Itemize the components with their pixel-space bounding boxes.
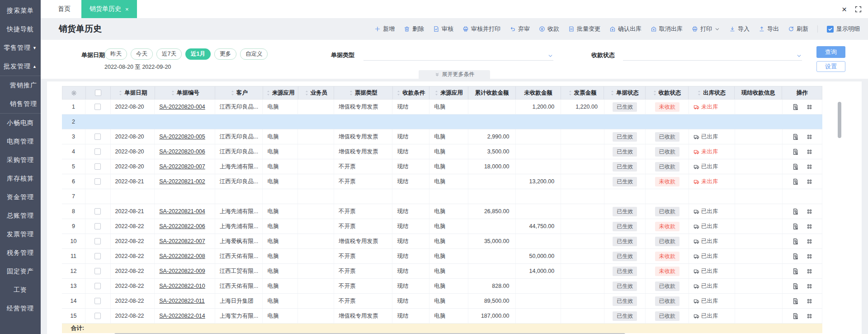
toolbar-button-2[interactable]: 审核	[433, 25, 453, 33]
row-checkbox[interactable]	[94, 253, 101, 259]
column-header-pay_cond[interactable]: 收款条件	[393, 86, 430, 99]
grid-icon[interactable]	[806, 283, 813, 290]
grid-icon[interactable]	[806, 163, 813, 170]
sort-icon[interactable]	[610, 90, 614, 96]
row-checkbox[interactable]	[94, 298, 101, 304]
date-pill-4[interactable]: 更多	[214, 48, 236, 60]
doc-view-icon[interactable]	[792, 163, 799, 170]
sort-icon[interactable]	[305, 90, 309, 96]
toolbar-button-7[interactable]: 确认出库	[609, 25, 642, 33]
grid-icon[interactable]	[806, 208, 813, 215]
table-row[interactable]: 82022-08-21SA-20220821-004上海先浦有限...电脑不开票…	[62, 204, 822, 219]
sidebar-item-11[interactable]: 总账管理	[0, 206, 41, 225]
table-row[interactable]: 2	[62, 115, 822, 129]
sidebar-item-0[interactable]: 搜索菜单	[0, 1, 41, 20]
doc-number-link[interactable]: SA-20220822-014	[159, 313, 205, 319]
doc-view-icon[interactable]	[792, 104, 799, 110]
sidebar-item-15[interactable]: 工资	[0, 281, 41, 299]
column-header-src_app[interactable]: 来源应用	[263, 86, 298, 99]
row-checkbox[interactable]	[94, 148, 101, 155]
column-header-num[interactable]	[62, 86, 86, 99]
date-pill-1[interactable]: 今天	[131, 48, 153, 60]
column-header-invoice[interactable]: 发票金额	[561, 86, 604, 99]
doc-view-icon[interactable]	[792, 208, 799, 215]
query-button[interactable]: 查询	[816, 46, 845, 58]
row-checkbox[interactable]	[94, 134, 101, 140]
sidebar-item-13[interactable]: 税务管理	[0, 243, 41, 262]
toolbar-button-11[interactable]: 导出	[759, 25, 779, 33]
row-checkbox[interactable]	[94, 223, 101, 229]
toolbar-button-9[interactable]: 打印	[692, 25, 720, 33]
toolbar-button-8[interactable]: 取消出库	[651, 25, 683, 33]
table-row[interactable]: 62022-08-21SA-20220821-002江西无印良品...电脑不开票…	[62, 174, 822, 189]
grid-icon[interactable]	[806, 134, 813, 140]
column-header-pay_status[interactable]: 收款状态	[646, 86, 689, 99]
tab-0[interactable]: 首页	[47, 0, 81, 18]
sidebar-item-8[interactable]: 采购管理	[0, 151, 41, 169]
table-row[interactable]: 52022-08-20SA-20220820-007上海先浦有限...电脑不开票…	[62, 159, 822, 174]
sidebar-item-7[interactable]: 电商管理	[0, 132, 41, 151]
sort-icon[interactable]	[434, 90, 439, 96]
toolbar-button-1[interactable]: 删除	[404, 25, 424, 33]
doc-number-link[interactable]: SA-20220822-009	[159, 268, 205, 274]
doc-number-link[interactable]: SA-20220822-006	[159, 223, 205, 229]
settings-button[interactable]: 设置	[816, 61, 845, 72]
column-header-cash_info[interactable]: 现结收款信息	[735, 86, 783, 99]
date-pill-2[interactable]: 近7天	[156, 48, 182, 60]
doc-number-link[interactable]: SA-20220822-011	[159, 298, 205, 304]
toolbar-button-10[interactable]: 导入	[729, 25, 750, 33]
row-checkbox[interactable]	[94, 238, 101, 244]
doc-view-icon[interactable]	[792, 298, 799, 305]
expand-more-conditions[interactable]: 展开更多条件	[419, 70, 490, 79]
row-checkbox[interactable]	[94, 268, 101, 274]
row-checkbox[interactable]	[94, 208, 101, 215]
row-checkbox[interactable]	[94, 163, 101, 170]
toolbar-button-6[interactable]: 批量变更	[568, 25, 600, 33]
grid-icon[interactable]	[806, 268, 813, 275]
vertical-scrollbar[interactable]	[838, 102, 841, 138]
sort-icon[interactable]	[349, 90, 353, 96]
doc-number-link[interactable]: SA-20220820-005	[159, 134, 205, 140]
table-row[interactable]: 12022-08-20SA-20220820-004江西无印良品...电脑增值税…	[62, 100, 822, 115]
column-header-doc_status[interactable]: 单据状态	[604, 86, 646, 99]
grid-icon[interactable]	[806, 223, 813, 230]
doc-number-link[interactable]: SA-20220821-004	[159, 208, 205, 215]
doc-view-icon[interactable]	[792, 268, 799, 275]
date-pill-0[interactable]: 昨天	[105, 48, 127, 60]
doc-number-link[interactable]: SA-20220820-004	[159, 104, 205, 110]
sort-icon[interactable]	[118, 90, 123, 96]
column-header-src_app2[interactable]: 来源应用	[429, 86, 468, 99]
column-header-out_status[interactable]: 出库状态	[689, 86, 735, 99]
row-checkbox[interactable]	[94, 283, 101, 289]
table-row[interactable]: 102022-08-22SA-20220822-007上海爱枫有限...电脑增值…	[62, 234, 822, 249]
table-row[interactable]: 32022-08-20SA-20220820-005江西无印良品...电脑增值税…	[62, 129, 822, 144]
grid-icon[interactable]	[806, 148, 813, 155]
column-header-recv_total[interactable]: 累计收款金额	[468, 86, 516, 99]
doc-type-select[interactable]	[363, 48, 553, 61]
column-header-cb[interactable]	[86, 86, 111, 99]
doc-number-link[interactable]: SA-20220820-006	[159, 148, 205, 155]
column-header-unrecv[interactable]: 未收款金额	[516, 86, 561, 99]
table-row[interactable]: 112022-08-22SA-20220822-008江西天佑有限...电脑不开…	[62, 249, 822, 264]
sidebar-item-12[interactable]: 发票管理	[0, 225, 41, 243]
doc-view-icon[interactable]	[792, 253, 799, 260]
row-checkbox[interactable]	[94, 104, 101, 110]
date-pill-3[interactable]: 近1月	[185, 48, 211, 60]
sidebar-item-16[interactable]: 经营管理	[0, 299, 41, 318]
sidebar-item-10[interactable]: 资金管理	[0, 188, 41, 206]
table-row[interactable]: 122022-08-22SA-20220822-009江西工贸有限...电脑不开…	[62, 264, 822, 279]
doc-view-icon[interactable]	[792, 178, 799, 185]
doc-number-link[interactable]: SA-20220820-007	[159, 163, 205, 170]
doc-view-icon[interactable]	[792, 238, 799, 245]
doc-view-icon[interactable]	[792, 134, 799, 140]
gear-icon[interactable]	[71, 90, 77, 96]
tab-close-icon[interactable]: ×	[125, 6, 129, 12]
sort-icon[interactable]	[697, 90, 701, 96]
table-row[interactable]: 132022-08-22SA-20220822-010江西天佑有限...电脑不开…	[62, 279, 822, 294]
toolbar-button-4[interactable]: 弃审	[509, 25, 530, 33]
column-header-docno[interactable]: 单据编号	[155, 86, 215, 99]
sort-icon[interactable]	[568, 90, 572, 96]
sidebar-item-9[interactable]: 库存核算	[0, 169, 41, 188]
doc-number-link[interactable]: SA-20220821-002	[159, 178, 205, 185]
toolbar-button-5[interactable]: 收款	[539, 25, 559, 33]
